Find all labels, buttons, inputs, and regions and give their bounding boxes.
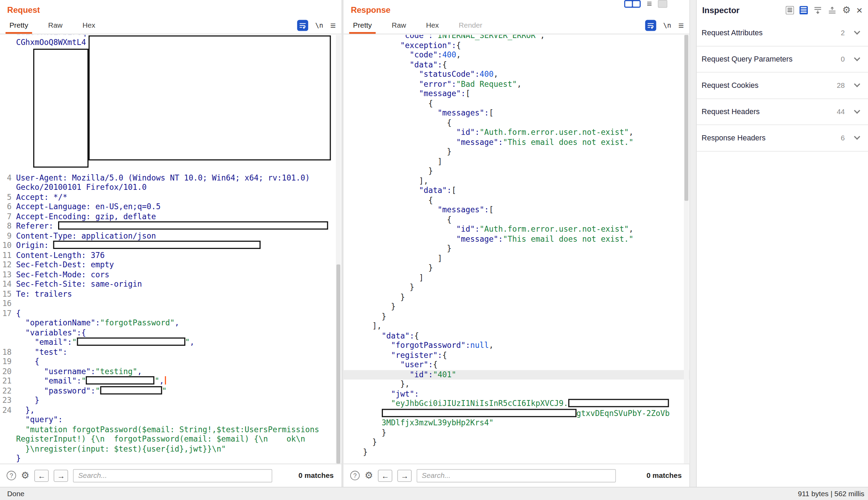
code-text: "messages":[ <box>363 109 494 118</box>
chevron-down-icon[interactable] <box>854 55 860 61</box>
tab-raw[interactable]: Raw <box>388 18 410 34</box>
code-text: } <box>363 302 396 312</box>
code-line: 23 } <box>0 396 341 405</box>
response-panel: Response Pretty Raw Hex Render \n ≡ "cod… <box>344 0 690 487</box>
line-number <box>0 454 12 463</box>
tab-hex[interactable]: Hex <box>422 18 443 34</box>
line-number: 5 <box>0 192 12 202</box>
code-text: "mutation forgotPassword($email: String!… <box>16 425 319 434</box>
next-match-button[interactable]: → <box>54 470 68 482</box>
gear-icon[interactable]: ⚙ <box>21 471 29 480</box>
line-number <box>0 444 12 454</box>
hamburger-menu-icon[interactable]: ≡ <box>330 21 336 30</box>
code-text: "data":[ <box>363 186 456 196</box>
next-match-button[interactable]: → <box>397 470 412 482</box>
code-line: "email":"", <box>0 337 341 347</box>
show-newlines-toggle[interactable]: \n <box>315 21 323 29</box>
match-count: 0 matches <box>298 471 335 480</box>
redaction-box <box>89 35 331 160</box>
inspector-section-request-query-parameters[interactable]: Request Query Parameters0 <box>696 46 868 73</box>
inspector-splitter[interactable] <box>690 0 696 487</box>
layout-menu-icon[interactable]: ≡ <box>647 0 652 8</box>
code-text: "username":"testing", <box>16 367 142 376</box>
code-text: "message":"This email does not exist." <box>363 234 634 244</box>
code-line: } <box>344 283 690 293</box>
request-panel: Request Pretty Raw Hex \n ≡ IuZO4fNeZFbL… <box>0 0 341 487</box>
code-text: "email":"", <box>16 376 166 386</box>
chevron-down-icon[interactable] <box>854 108 860 114</box>
code-text: 3MDlfjx3mzwL39ybHp2Krs4" <box>363 418 494 428</box>
gear-icon[interactable]: ⚙ <box>364 471 373 480</box>
tab-raw[interactable]: Raw <box>44 18 66 34</box>
chevron-down-icon[interactable] <box>854 29 860 35</box>
line-number <box>0 57 12 66</box>
single-layout-icon[interactable] <box>658 0 667 8</box>
line-number: 21 <box>0 376 12 386</box>
code-line: ] <box>344 254 690 263</box>
line-number <box>0 144 12 154</box>
prev-match-button[interactable]: ← <box>35 470 49 482</box>
split-view-icon[interactable] <box>800 6 808 14</box>
gear-icon[interactable]: ⚙ <box>842 4 851 16</box>
code-line: "operationName":"forgotPassword", <box>0 318 341 328</box>
redaction-box <box>53 241 261 249</box>
show-newlines-toggle[interactable]: \n <box>663 21 671 29</box>
code-text: ], <box>363 322 382 331</box>
line-number <box>0 425 12 434</box>
redaction-box <box>382 409 576 417</box>
code-line: "data":{ <box>344 331 690 341</box>
code-line: "messages":[ <box>344 205 690 215</box>
code-line: 24 }, <box>0 405 341 415</box>
code-line: ] <box>344 273 690 283</box>
inspector-section-response-headers[interactable]: Response Headers6 <box>696 125 868 151</box>
line-number <box>0 35 12 37</box>
split-layout-icon[interactable] <box>624 0 641 8</box>
expand-all-icon[interactable] <box>828 6 837 14</box>
tab-pretty[interactable]: Pretty <box>6 18 32 34</box>
code-text: ] <box>363 273 424 283</box>
code-line: } <box>344 447 690 457</box>
help-icon[interactable]: ? <box>350 471 360 480</box>
code-line: 17{ <box>0 308 341 318</box>
chevron-down-icon[interactable] <box>854 134 860 140</box>
code-text: CGhxmOoQ8WXmtL4 <box>16 37 86 47</box>
collapse-all-icon[interactable] <box>814 6 823 14</box>
code-text: "variables":{ <box>16 328 86 337</box>
search-input[interactable] <box>417 469 616 482</box>
code-text: Sec-Fetch-Dest: empty <box>16 260 114 270</box>
code-line: "data":[ <box>344 186 690 196</box>
response-viewer[interactable]: "code":"INTERNAL_SERVER_ERROR", "excepti… <box>344 35 690 464</box>
line-number <box>0 415 12 425</box>
line-number: 9 <box>0 231 12 241</box>
prev-match-button[interactable]: ← <box>378 470 393 482</box>
inspector-section-request-attributes[interactable]: Request Attributes2 <box>696 20 868 46</box>
tab-pretty[interactable]: Pretty <box>349 18 376 34</box>
line-number: 10 <box>0 241 12 250</box>
dock-right-icon[interactable] <box>786 6 794 14</box>
search-input[interactable] <box>73 469 273 482</box>
code-line: "message":[ <box>344 89 690 99</box>
tab-render[interactable]: Render <box>455 18 486 34</box>
hamburger-menu-icon[interactable]: ≡ <box>678 21 684 30</box>
inspector-section-request-headers[interactable]: Request Headers44 <box>696 99 868 125</box>
close-icon[interactable]: × <box>856 5 862 15</box>
wrap-lines-icon[interactable] <box>297 20 308 31</box>
line-number <box>0 95 12 105</box>
code-text: } <box>16 396 39 405</box>
tab-hex[interactable]: Hex <box>79 18 99 34</box>
request-editor[interactable]: IuZO4fNeZFbLreqCGhxmOoQ8WXmtL44User-Agen… <box>0 35 341 464</box>
line-number <box>0 318 12 328</box>
inspector-section-request-cookies[interactable]: Request Cookies28 <box>696 73 868 99</box>
scrollbar-thumb[interactable] <box>336 265 340 464</box>
line-number: 19 <box>0 357 12 367</box>
wrap-lines-icon[interactable] <box>645 20 656 31</box>
code-line: "variables":{ <box>0 328 341 337</box>
help-icon[interactable]: ? <box>7 471 16 480</box>
code-line: "id":"Auth.form.error.user.not-exist", <box>344 225 690 234</box>
response-scrollbar[interactable] <box>684 35 689 464</box>
response-tabbar: Pretty Raw Hex Render \n ≡ <box>344 19 690 34</box>
scrollbar-thumb[interactable] <box>684 35 688 201</box>
request-scrollbar[interactable] <box>336 35 341 464</box>
code-text: "code":"INTERNAL_SERVER_ERROR", <box>363 35 545 41</box>
chevron-down-icon[interactable] <box>854 81 860 87</box>
